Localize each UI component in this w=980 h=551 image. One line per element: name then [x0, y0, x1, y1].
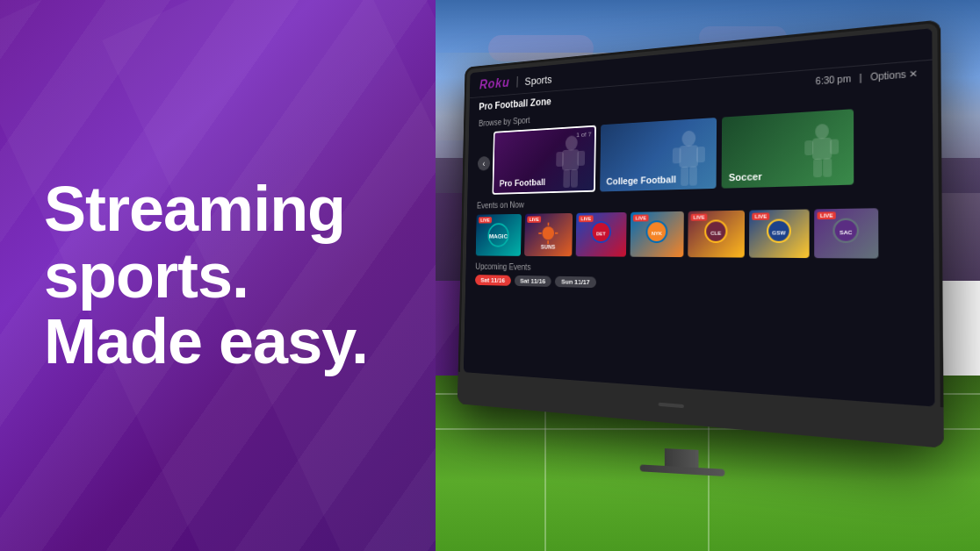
svg-text:SUNS: SUNS	[541, 244, 556, 250]
time-options: 6:30 pm | Options ✕	[816, 68, 918, 86]
sport-card-pro-football[interactable]: 1 of 7	[492, 125, 595, 195]
svg-rect-8	[673, 147, 681, 163]
pro-football-label: Pro Football	[500, 177, 546, 189]
live-badge-warriors: LIVE	[752, 212, 769, 220]
soccer-label: Soccer	[729, 171, 762, 183]
live-badge-magic: LIVE	[479, 217, 492, 223]
tv-body: Roku Sports Pro Football Zone 6:30 pm | …	[458, 19, 944, 447]
svg-rect-15	[830, 139, 839, 154]
svg-text:MAGIC: MAGIC	[489, 233, 508, 240]
time-display: 6:30 pm	[816, 73, 851, 86]
live-badge-suns: LIVE	[527, 216, 541, 223]
svg-rect-16	[813, 159, 822, 178]
event-card-cavaliers[interactable]: LIVE CLE	[688, 211, 745, 258]
header-divider	[517, 76, 518, 88]
soccer-player-icon	[795, 118, 848, 186]
magic-icon: MAGIC	[485, 219, 512, 250]
stand-neck	[665, 448, 699, 468]
svg-rect-11	[689, 166, 697, 185]
svg-point-12	[815, 124, 829, 140]
stand-base	[640, 464, 725, 476]
svg-rect-4	[563, 169, 570, 188]
upcoming-dates-list: Sat 11/16 Sat 11/16 Sun 11/17	[475, 275, 919, 296]
live-badge-knicks: LIVE	[633, 214, 649, 221]
options-label: Options ✕	[870, 68, 918, 82]
kings-icon: SAC	[827, 215, 865, 252]
svg-rect-13	[812, 138, 832, 160]
cavaliers-icon: CLE	[699, 217, 733, 251]
date-pill-1[interactable]: Sat 11/16	[515, 276, 552, 287]
headline-line2: sports.	[44, 240, 249, 310]
svg-rect-5	[571, 169, 578, 188]
live-badge-cavaliers: LIVE	[691, 213, 708, 220]
event-card-suns[interactable]: LIVE SUNS	[524, 213, 573, 256]
live-badge-pistons: LIVE	[579, 215, 594, 222]
live-badge-kings: LIVE	[818, 211, 837, 219]
svg-text:SAC: SAC	[839, 229, 852, 235]
tv-indicator	[659, 403, 684, 408]
svg-rect-3	[577, 151, 585, 166]
right-panel: Roku Sports Pro Football Zone 6:30 pm | …	[436, 0, 980, 551]
headline-line1: Streaming	[44, 174, 345, 244]
date-pill-active[interactable]: Sat 11/16	[475, 275, 511, 286]
roku-logo: Roku	[479, 75, 510, 92]
event-card-magic[interactable]: LIVE MAGIC	[476, 214, 522, 256]
svg-point-6	[682, 130, 696, 147]
svg-rect-17	[823, 158, 832, 177]
sport-card-soccer[interactable]: Soccer	[722, 109, 854, 188]
suns-icon: SUNS	[534, 219, 563, 251]
svg-text:GSW: GSW	[772, 230, 786, 236]
nav-arrow-left[interactable]: ‹	[478, 156, 490, 171]
svg-rect-7	[679, 145, 698, 168]
svg-rect-10	[681, 167, 688, 186]
tv-screen: Roku Sports Pro Football Zone 6:30 pm | …	[464, 28, 935, 406]
knicks-icon: NYK	[641, 218, 673, 251]
svg-point-20	[542, 226, 554, 240]
svg-rect-2	[556, 152, 564, 167]
football-player-icon	[548, 132, 590, 192]
warriors-icon: GSW	[761, 216, 797, 251]
left-panel: Streaming sports. Made easy.	[0, 0, 492, 551]
svg-text:NYK: NYK	[652, 231, 663, 236]
sports-section-label: Sports	[524, 73, 551, 87]
headline-line3: Made easy.	[44, 306, 368, 376]
pistons-icon: DET	[586, 218, 616, 251]
zone-label: Pro Football Zone	[479, 96, 551, 112]
svg-text:CLE: CLE	[710, 230, 721, 236]
svg-text:DET: DET	[596, 231, 606, 236]
event-cards-list: LIVE MAGIC LIVE	[476, 208, 919, 259]
event-card-kings[interactable]: LIVE SAC	[814, 208, 878, 258]
college-football-label: College Football	[606, 174, 676, 186]
svg-rect-14	[804, 140, 813, 155]
roku-ui: Roku Sports Pro Football Zone 6:30 pm | …	[464, 28, 935, 406]
headline: Streaming sports. Made easy.	[44, 176, 368, 376]
svg-rect-9	[696, 147, 705, 162]
event-card-warriors[interactable]: LIVE GSW	[749, 210, 810, 259]
svg-point-0	[566, 135, 578, 151]
event-card-knicks[interactable]: LIVE NYK	[631, 211, 684, 257]
tv-wrapper: Roku Sports Pro Football Zone 6:30 pm | …	[436, 26, 954, 483]
svg-rect-1	[562, 149, 579, 170]
events-on-now-section: Events on Now LIVE MAGIC	[466, 187, 934, 263]
sport-card-college-football[interactable]: College Football	[600, 118, 717, 191]
date-pill-2[interactable]: Sun 11/17	[555, 276, 596, 288]
upcoming-events-section: Upcoming Events Sat 11/16 Sat 11/16 Sun …	[465, 259, 934, 300]
event-card-pistons[interactable]: LIVE DET	[576, 212, 627, 257]
tv-stand	[640, 447, 725, 476]
